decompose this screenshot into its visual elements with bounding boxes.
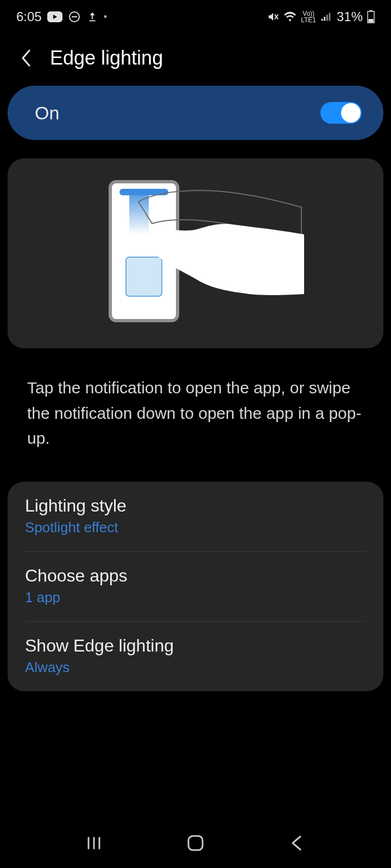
home-button[interactable]	[184, 831, 207, 855]
setting-value: Spotlight effect	[25, 519, 366, 536]
setting-value: Always	[25, 659, 366, 676]
status-right: Vo)) LTE1 31%	[267, 9, 375, 24]
settings-list: Lighting style Spotlight effect Choose a…	[8, 482, 383, 691]
app-header: Edge lighting	[0, 31, 391, 86]
setting-title: Choose apps	[25, 566, 366, 586]
status-time: 6:05	[16, 9, 42, 24]
setting-title: Show Edge lighting	[25, 636, 366, 656]
navigation-bar	[0, 818, 391, 868]
setting-value: 1 app	[25, 589, 366, 606]
mute-icon	[267, 11, 279, 23]
description-text: Tap the notification to open the app, or…	[8, 348, 383, 482]
recents-button[interactable]	[82, 831, 106, 855]
upload-icon	[86, 11, 98, 23]
battery-icon	[367, 10, 375, 23]
svg-rect-8	[329, 13, 331, 21]
svg-rect-6	[324, 17, 325, 21]
network-label: Vo)) LTE1	[301, 10, 316, 23]
setting-show-edge-lighting[interactable]: Show Edge lighting Always	[8, 622, 383, 691]
dnd-icon	[68, 10, 81, 23]
wifi-icon	[283, 10, 297, 23]
signal-icon	[320, 11, 332, 23]
svg-rect-2	[89, 20, 95, 21]
page-title: Edge lighting	[50, 47, 163, 69]
master-toggle-switch[interactable]	[320, 102, 362, 124]
illustration-card	[8, 158, 383, 348]
switch-thumb	[341, 103, 361, 123]
battery-percent: 31%	[337, 9, 363, 24]
youtube-icon	[47, 11, 62, 22]
master-toggle-label: On	[35, 103, 59, 124]
setting-choose-apps[interactable]: Choose apps 1 app	[8, 552, 383, 621]
svg-rect-7	[326, 15, 328, 21]
setting-title: Lighting style	[25, 496, 366, 516]
status-left: 6:05 •	[16, 9, 107, 24]
svg-rect-5	[321, 19, 323, 21]
svg-rect-11	[369, 19, 374, 22]
dot-icon: •	[104, 11, 107, 23]
status-bar: 6:05 • Vo)) LTE1 31%	[0, 0, 391, 31]
back-nav-button[interactable]	[285, 831, 309, 855]
phone-swipe-illustration	[87, 175, 304, 332]
svg-rect-20	[188, 836, 203, 850]
back-button[interactable]	[16, 48, 36, 68]
svg-rect-16	[126, 257, 162, 296]
setting-lighting-style[interactable]: Lighting style Spotlight effect	[8, 482, 383, 551]
master-toggle-card[interactable]: On	[8, 86, 383, 140]
